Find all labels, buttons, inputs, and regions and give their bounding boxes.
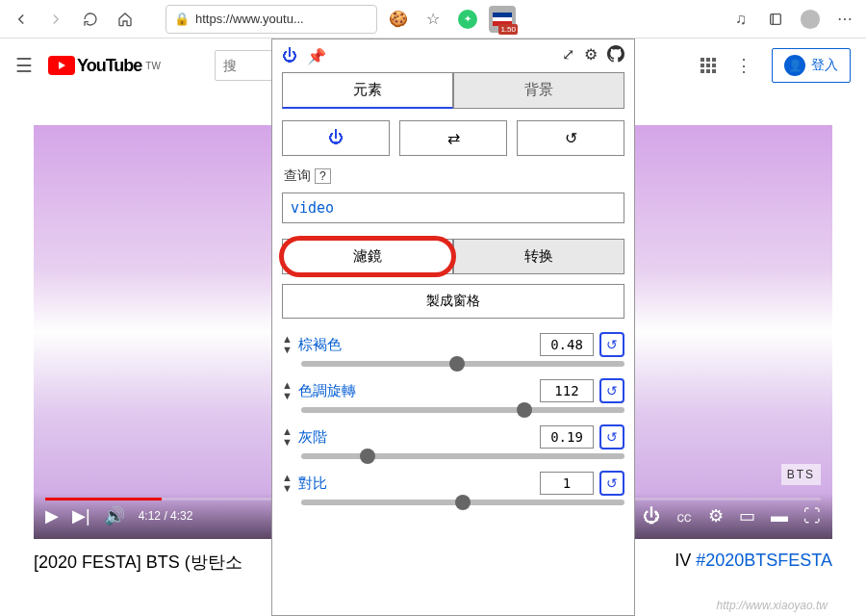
home-button[interactable]	[112, 6, 139, 33]
youtube-region: TW	[145, 61, 161, 71]
reload-button[interactable]	[77, 6, 104, 33]
avatar-icon: 👤	[784, 55, 805, 76]
reorder-arrows[interactable]: ▲▼	[282, 380, 293, 401]
green-ext-icon[interactable]: ✦	[454, 6, 481, 33]
filter-name[interactable]: 棕褐色	[298, 336, 534, 354]
filter-row: ▲▼ 棕褐色 ↺	[282, 332, 624, 367]
arrow-down-icon: ▼	[282, 345, 293, 355]
active-extension-icon[interactable]: 1.50	[489, 6, 516, 33]
subtab-filter[interactable]: 濾鏡	[282, 239, 453, 274]
filter-value-input[interactable]	[540, 333, 594, 356]
github-icon[interactable]	[607, 45, 624, 66]
settings-gear-icon[interactable]: ⚙	[708, 505, 724, 526]
autoplay-toggle[interactable]: ⏻	[643, 506, 660, 526]
query-input[interactable]	[282, 192, 624, 223]
fullscreen-icon[interactable]: ⛶	[803, 506, 821, 526]
forward-button[interactable]	[42, 6, 69, 33]
pin-icon[interactable]: 📌	[307, 47, 326, 65]
apps-grid-icon[interactable]	[700, 58, 716, 73]
reorder-arrows[interactable]: ▲▼	[282, 473, 293, 494]
lock-icon: 🔒	[174, 12, 190, 26]
page-watermark: http://www.xiaoyao.tw	[717, 599, 828, 612]
reset-filter-button[interactable]: ↺	[599, 471, 624, 496]
query-label: 查询 ?	[284, 167, 623, 185]
login-button[interactable]: 👤 登入	[772, 48, 851, 83]
sub-tabs: 濾鏡 转换	[282, 239, 624, 274]
miniplayer-icon[interactable]: ▭	[739, 505, 755, 526]
tab-background[interactable]: 背景	[453, 72, 624, 109]
youtube-play-icon	[48, 56, 75, 75]
music-icon[interactable]: ♫	[727, 6, 754, 33]
reset-filter-button[interactable]: ↺	[599, 378, 624, 403]
gear-icon[interactable]: ⚙	[584, 45, 598, 66]
help-icon[interactable]: ?	[315, 168, 331, 184]
filter-row: ▲▼ 色調旋轉 ↺	[282, 378, 624, 413]
hashtag-link[interactable]: #2020BTSFESTA	[696, 551, 832, 570]
action-buttons: ⏻ ⇄ ↺	[282, 120, 624, 156]
cookie-ext-icon[interactable]: 🍪	[385, 6, 412, 33]
svg-rect-0	[771, 13, 781, 24]
tab-elements[interactable]: 元素	[282, 72, 453, 109]
reset-filter-button[interactable]: ↺	[599, 424, 624, 449]
filter-slider[interactable]	[301, 453, 624, 459]
next-icon[interactable]: ▶|	[72, 505, 90, 526]
extension-badge: 1.50	[498, 24, 518, 35]
swap-button[interactable]: ⇄	[399, 120, 507, 156]
hamburger-icon[interactable]: ☰	[15, 54, 33, 77]
volume-icon[interactable]: 🔊	[104, 505, 125, 526]
browser-toolbar: 🔒 https://www.youtu... 🍪 ☆ ✦ 1.50 ♫ ⋯	[0, 0, 866, 38]
filter-name[interactable]: 灰階	[298, 428, 534, 447]
address-bar[interactable]: 🔒 https://www.youtu...	[166, 5, 377, 34]
captions-icon[interactable]: ㏄	[675, 504, 693, 527]
expand-icon[interactable]: ⤢	[562, 45, 574, 66]
video-time: 4:12 / 4:32	[139, 509, 193, 523]
profile-icon[interactable]	[797, 6, 824, 33]
svg-point-1	[801, 9, 820, 28]
toggle-power-button[interactable]: ⏻	[282, 120, 390, 156]
filter-row: ▲▼ 對比 ↺	[282, 471, 624, 505]
filter-slider[interactable]	[301, 500, 624, 505]
more-options-icon[interactable]: ⋮	[735, 55, 752, 76]
bts-watermark: BTS	[781, 464, 821, 485]
filter-name[interactable]: 色調旋轉	[298, 382, 534, 400]
login-label: 登入	[811, 57, 838, 74]
arrow-down-icon: ▼	[282, 437, 293, 448]
youtube-brand-text: YouTube	[77, 56, 141, 76]
main-tabs: 元素 背景	[282, 72, 624, 109]
filter-slider[interactable]	[301, 407, 624, 413]
filter-value-input[interactable]	[540, 379, 594, 402]
reset-filter-button[interactable]: ↺	[599, 332, 624, 357]
make-grid-button[interactable]: 製成窗格	[282, 284, 624, 319]
reorder-arrows[interactable]: ▲▼	[282, 426, 293, 448]
subtab-transform[interactable]: 转换	[453, 239, 624, 274]
arrow-down-icon: ▼	[282, 483, 293, 494]
filter-value-input[interactable]	[540, 425, 594, 449]
reorder-arrows[interactable]: ▲▼	[282, 334, 293, 355]
arrow-down-icon: ▼	[282, 391, 293, 401]
play-icon[interactable]: ▶	[45, 505, 59, 526]
extension-popup: ⏻ 📌 ⤢ ⚙ 元素 背景 ⏻ ⇄ ↺ 查询 ? 濾鏡 转换 製成窗格 ▲▼ 棕…	[271, 38, 635, 616]
filter-row: ▲▼ 灰階 ↺	[282, 424, 624, 459]
filter-slider[interactable]	[301, 361, 624, 367]
filter-name[interactable]: 對比	[298, 475, 534, 493]
theater-icon[interactable]: ▬	[771, 506, 788, 526]
youtube-logo[interactable]: YouTube TW	[48, 56, 161, 76]
menu-icon[interactable]: ⋯	[831, 6, 858, 33]
bookmark-star-icon[interactable]: ☆	[420, 6, 446, 33]
popup-toolbar: ⏻ 📌 ⤢ ⚙	[272, 39, 634, 72]
filter-value-input[interactable]	[540, 472, 594, 495]
library-icon[interactable]	[762, 6, 789, 33]
url-text: https://www.youtu...	[195, 12, 304, 26]
undo-button[interactable]: ↺	[517, 120, 624, 156]
power-icon[interactable]: ⏻	[282, 47, 297, 64]
back-button[interactable]	[8, 6, 35, 33]
